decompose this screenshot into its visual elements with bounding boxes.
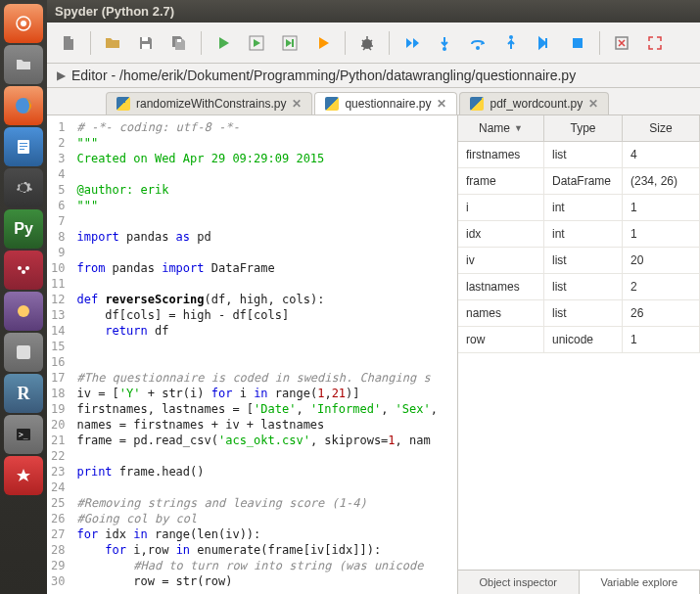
launcher-mendeley-icon[interactable] — [4, 251, 43, 290]
table-row[interactable]: row unicode 1 — [458, 327, 700, 353]
tab-questionnaire[interactable]: questionnaire.py ✕ — [314, 92, 457, 114]
tab-label: randomizeWithConstrains.py — [136, 97, 286, 111]
line-gutter: 1234567891011121314151617181920212223242… — [47, 115, 72, 594]
col-header-name[interactable]: Name▼ — [458, 115, 544, 141]
unity-launcher: Py R >_ — [0, 0, 47, 594]
svg-point-22 — [509, 35, 513, 39]
run-button[interactable] — [210, 29, 237, 57]
debug-stepinto-button[interactable] — [431, 29, 458, 57]
sort-icon: ▼ — [514, 123, 523, 133]
svg-point-8 — [25, 266, 29, 270]
tab-label: pdf_wordcount.py — [490, 97, 583, 111]
right-panel-tabs: Object inspector Variable explore — [458, 570, 700, 594]
svg-point-9 — [22, 270, 25, 274]
tab-pdfwordcount[interactable]: pdf_wordcount.py ✕ — [459, 92, 609, 114]
table-row[interactable]: firstnames list 4 — [458, 142, 700, 168]
window-titlebar: Spyder (Python 2.7) — [47, 0, 700, 23]
launcher-python-icon[interactable]: Py — [4, 209, 43, 249]
var-name: names — [458, 300, 544, 326]
var-name: row — [458, 327, 544, 352]
debug-stepover-button[interactable] — [464, 29, 491, 57]
maximize-pane-button[interactable] — [608, 29, 635, 57]
launcher-spyder-icon[interactable] — [4, 456, 43, 495]
var-type: int — [544, 195, 623, 220]
debug-button[interactable] — [353, 29, 381, 57]
var-name: firstnames — [458, 142, 544, 167]
toolbar-separator — [599, 31, 600, 55]
table-row[interactable]: lastnames list 2 — [458, 274, 700, 300]
svg-point-10 — [18, 305, 29, 317]
var-size: (234, 26) — [623, 168, 700, 194]
launcher-settings-icon[interactable] — [4, 168, 43, 207]
toolbar-separator — [389, 31, 390, 55]
toolbar-separator — [345, 31, 346, 55]
table-row[interactable]: names list 26 — [458, 300, 700, 327]
var-name: iv — [458, 248, 544, 273]
launcher-files-icon[interactable] — [4, 45, 43, 84]
variable-explorer-table: Name▼ Type Size firstnames list 4 frame … — [458, 115, 700, 570]
var-type: list — [544, 248, 623, 273]
tab-object-inspector[interactable]: Object inspector — [458, 571, 580, 594]
svg-rect-23 — [573, 38, 583, 48]
var-size: 2 — [623, 274, 700, 299]
svg-rect-14 — [142, 37, 148, 41]
table-header-row: Name▼ Type Size — [458, 115, 700, 142]
code-content[interactable]: # -*- coding: utf-8 -*- """ Created on W… — [72, 115, 457, 594]
debug-stop-button[interactable] — [564, 29, 591, 57]
col-header-type[interactable]: Type — [544, 115, 623, 141]
close-icon[interactable]: ✕ — [588, 97, 598, 111]
col-header-size[interactable]: Size — [623, 115, 700, 141]
python-file-icon — [470, 97, 484, 111]
toolbar-separator — [90, 31, 91, 55]
run-cell-advance-button[interactable] — [276, 29, 303, 57]
python-file-icon — [325, 97, 339, 111]
var-size: 20 — [623, 248, 700, 273]
launcher-rstudio-icon[interactable]: R — [4, 374, 43, 413]
code-editor[interactable]: 1234567891011121314151617181920212223242… — [47, 115, 457, 594]
debug-stepout-button[interactable] — [497, 29, 525, 57]
new-file-button[interactable] — [55, 29, 82, 57]
svg-point-20 — [443, 47, 446, 51]
expand-icon[interactable]: ▶ — [57, 69, 66, 82]
table-row[interactable]: iv list 20 — [458, 248, 700, 274]
open-file-button[interactable] — [99, 29, 126, 57]
launcher-terminal-icon[interactable]: >_ — [4, 415, 43, 454]
debug-step-button[interactable] — [397, 29, 425, 57]
save-all-button[interactable] — [165, 29, 193, 57]
tab-randomize[interactable]: randomizeWithConstrains.py ✕ — [106, 92, 312, 114]
svg-point-1 — [21, 21, 26, 26]
var-name: idx — [458, 221, 544, 247]
close-icon[interactable]: ✕ — [292, 97, 302, 111]
launcher-dash-icon[interactable] — [4, 4, 43, 43]
var-type: int — [544, 221, 623, 247]
table-row[interactable]: i int 1 — [458, 195, 700, 221]
var-name: frame — [458, 168, 544, 194]
launcher-writer-icon[interactable] — [4, 127, 43, 166]
main-toolbar — [47, 23, 700, 64]
var-type: DataFrame — [544, 168, 623, 194]
var-type: list — [544, 300, 623, 326]
run-cell-button[interactable] — [243, 29, 270, 57]
launcher-firefox-icon[interactable] — [4, 86, 43, 125]
svg-point-7 — [18, 266, 22, 270]
var-name: i — [458, 195, 544, 220]
svg-point-21 — [476, 46, 480, 50]
var-size: 4 — [623, 142, 700, 167]
svg-text:>_: >_ — [19, 431, 28, 439]
debug-continue-button[interactable] — [531, 29, 558, 57]
save-button[interactable] — [132, 29, 160, 57]
run-selection-button[interactable] — [309, 29, 337, 57]
window-title: Spyder (Python 2.7) — [55, 4, 174, 19]
tab-variable-explorer[interactable]: Variable explore — [580, 571, 701, 594]
fullscreen-button[interactable] — [641, 29, 669, 57]
editor-path-bar: ▶ Editor - /home/erik/Dokument/Programmi… — [47, 64, 700, 88]
launcher-pidgin-icon[interactable] — [4, 292, 43, 331]
close-icon[interactable]: ✕ — [437, 97, 446, 111]
toolbar-separator — [201, 31, 202, 55]
launcher-app-icon[interactable] — [4, 333, 43, 372]
var-size: 1 — [623, 327, 700, 352]
table-row[interactable]: idx int 1 — [458, 221, 700, 248]
svg-rect-15 — [142, 44, 150, 49]
table-row[interactable]: frame DataFrame (234, 26) — [458, 168, 700, 195]
editor-tabs: randomizeWithConstrains.py ✕ questionnai… — [47, 88, 700, 115]
